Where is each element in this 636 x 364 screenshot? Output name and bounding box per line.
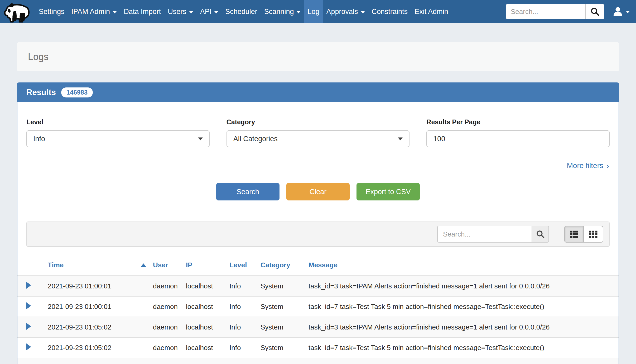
- nav-item-data-import[interactable]: Data Import: [120, 0, 164, 23]
- cell-ip: localhost: [186, 296, 229, 317]
- table-header-row: Time User IP Level Category Message: [17, 256, 619, 276]
- table-search-group: [437, 226, 549, 243]
- expand-row-icon[interactable]: [26, 282, 31, 289]
- nav-item-scanning[interactable]: Scanning: [261, 0, 304, 23]
- category-filter: Category All Categories: [227, 118, 410, 147]
- clear-button[interactable]: Clear: [286, 183, 350, 200]
- cell-message: task_id=3 task=IPAM Alerts action=finish…: [309, 317, 619, 337]
- expand-row-icon[interactable]: [26, 323, 31, 330]
- column-header-time[interactable]: Time: [48, 256, 153, 276]
- chevron-right-icon: ›: [606, 162, 609, 170]
- view-toggle-group: [564, 226, 603, 243]
- cell-level: Info: [229, 337, 261, 358]
- log-row[interactable]: 2021-09-23 01:05:02daemonlocalhostInfoSy…: [17, 337, 619, 358]
- results-title: Results: [26, 88, 56, 97]
- export-csv-button[interactable]: Export to CSV: [356, 183, 420, 200]
- nav-item-users[interactable]: Users: [164, 0, 197, 23]
- results-panel-heading: Results 146983: [17, 83, 619, 102]
- caret-down-icon: [626, 11, 630, 13]
- cell-level: Info: [229, 296, 261, 317]
- search-icon: [590, 7, 600, 16]
- cell-category: System: [261, 296, 309, 317]
- table-search-input[interactable]: [437, 226, 532, 243]
- more-filters-row: More filters ›: [17, 161, 619, 170]
- nav-item-constraints[interactable]: Constraints: [368, 0, 411, 23]
- grid-view-button[interactable]: [584, 226, 603, 243]
- nav-item-scheduler[interactable]: Scheduler: [222, 0, 261, 23]
- column-header-user[interactable]: User: [153, 256, 186, 276]
- cell-time: 2021-09-23 01:05:02: [48, 317, 153, 337]
- cell-time: 2021-09-23 01:10:02: [48, 358, 153, 364]
- page-header: Logs: [17, 42, 619, 71]
- caret-down-icon: [361, 11, 365, 13]
- user-icon: [613, 7, 623, 17]
- level-label: Level: [26, 118, 210, 126]
- search-icon: [536, 230, 545, 239]
- search-button[interactable]: Search: [216, 183, 280, 200]
- results-per-page-input[interactable]: [433, 135, 603, 143]
- per-page-field: [426, 130, 610, 147]
- expand-row-icon[interactable]: [26, 302, 31, 309]
- filters-row: Level Info Category All Categories Resul…: [17, 118, 619, 147]
- list-view-button[interactable]: [564, 226, 584, 243]
- per-page-label: Results Per Page: [426, 118, 610, 126]
- results-count-badge: 146983: [61, 87, 93, 97]
- column-header-category[interactable]: Category: [261, 256, 309, 276]
- navbar-search-group: [506, 4, 604, 19]
- sort-ascending-icon: [141, 263, 146, 267]
- nav-item-log[interactable]: Log: [304, 0, 323, 23]
- expand-row-icon[interactable]: [26, 343, 31, 350]
- results-panel: Results 146983 Level Info Category All C…: [17, 82, 619, 364]
- log-row[interactable]: 2021-09-23 01:00:01daemonlocalhostInfoSy…: [17, 296, 619, 317]
- column-header-message[interactable]: Message: [309, 256, 619, 276]
- level-select-value: Info: [33, 135, 45, 143]
- nav-item-label: Scanning: [264, 8, 294, 16]
- nav-item-exit-admin[interactable]: Exit Admin: [411, 0, 452, 23]
- cell-ip: localhost: [186, 317, 229, 337]
- table-toolbar: [26, 222, 610, 247]
- cell-ip: localhost: [186, 276, 229, 296]
- column-header-ip[interactable]: IP: [186, 256, 229, 276]
- column-header-level[interactable]: Level: [229, 256, 261, 276]
- cell-level: Info: [229, 358, 261, 364]
- level-select[interactable]: Info: [26, 130, 210, 147]
- log-row[interactable]: 2021-09-23 01:05:02daemonlocalhostInfoSy…: [17, 317, 619, 337]
- cell-message: task_id=7 task=Test Task 5 min action=fi…: [309, 296, 619, 317]
- table-search-button[interactable]: [532, 226, 549, 243]
- list-view-icon: [570, 230, 579, 239]
- nav-item-label: Scheduler: [225, 8, 257, 16]
- nav-item-settings[interactable]: Settings: [35, 0, 68, 23]
- navbar-search-button[interactable]: [585, 4, 604, 19]
- cell-time: 2021-09-23 01:05:02: [48, 337, 153, 358]
- cell-user: daemon: [153, 276, 186, 296]
- cell-ip: localhost: [186, 358, 229, 364]
- caret-down-icon: [189, 11, 193, 13]
- log-row[interactable]: 2021-09-23 01:00:01daemonlocalhostInfoSy…: [17, 276, 619, 296]
- user-menu[interactable]: [613, 7, 632, 17]
- cell-user: daemon: [153, 337, 186, 358]
- log-table: Time User IP Level Category Message 2021…: [17, 256, 619, 364]
- cell-user: daemon: [153, 317, 186, 337]
- more-filters-link[interactable]: More filters ›: [567, 161, 609, 170]
- nav-item-label: Users: [168, 8, 186, 16]
- cell-category: System: [261, 317, 309, 337]
- level-filter: Level Info: [26, 118, 210, 147]
- nav-item-ipam-admin[interactable]: IPAM Admin: [68, 0, 121, 23]
- nav-item-label: Data Import: [124, 8, 161, 16]
- log-row[interactable]: 2021-09-23 01:10:02daemonlocalhostInfoSy…: [17, 358, 619, 364]
- page-title: Logs: [28, 51, 49, 62]
- cell-expand: [17, 358, 48, 364]
- cell-expand: [17, 317, 48, 337]
- category-select[interactable]: All Categories: [227, 130, 410, 147]
- cell-time: 2021-09-23 01:00:01: [48, 276, 153, 296]
- nav-item-api[interactable]: API: [197, 0, 222, 23]
- cell-time: 2021-09-23 01:00:01: [48, 296, 153, 317]
- action-buttons: Search Clear Export to CSV: [17, 183, 619, 200]
- nav-item-label: API: [200, 8, 212, 16]
- category-label: Category: [227, 118, 410, 126]
- navbar-search-input[interactable]: [506, 4, 585, 19]
- caret-down-icon: [296, 11, 301, 13]
- cell-message: task_id=3 task=IPAM Alerts action=finish…: [309, 276, 619, 296]
- cell-level: Info: [229, 317, 261, 337]
- nav-item-approvals[interactable]: Approvals: [323, 0, 368, 23]
